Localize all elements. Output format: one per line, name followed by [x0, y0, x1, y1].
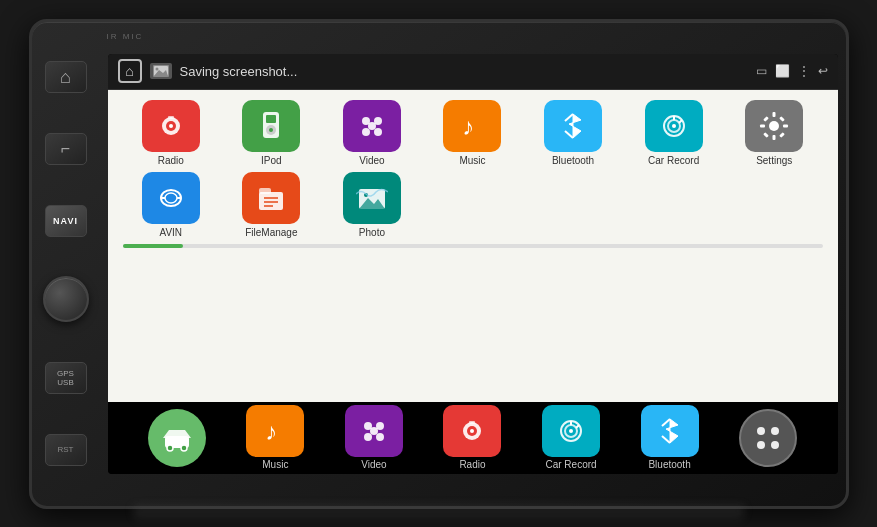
app-bluetooth[interactable]: Bluetooth	[525, 100, 622, 166]
bottom-radio[interactable]: Radio	[443, 405, 501, 470]
music-icon-bg: ♪	[443, 100, 501, 152]
back-arrow-icon[interactable]: ↩	[818, 64, 828, 78]
svg-rect-32	[779, 132, 785, 138]
bottom-car-record[interactable]: Car Record	[542, 405, 600, 470]
svg-text:♪: ♪	[265, 418, 277, 445]
svg-line-65	[576, 425, 579, 428]
svg-rect-40	[259, 188, 271, 194]
svg-point-59	[470, 429, 474, 433]
ipod-label: IPod	[261, 155, 282, 166]
music-label: Music	[459, 155, 485, 166]
bottom-bluetooth-svg	[656, 415, 684, 447]
app-radio[interactable]: Radio	[123, 100, 220, 166]
svg-rect-30	[783, 124, 788, 127]
navi-button[interactable]: NAVI	[45, 205, 87, 237]
svg-point-63	[569, 429, 573, 433]
screen: ⌂ Saving screenshot... ▭ ⬜ ⋮ ↩	[108, 54, 838, 474]
bottom-car-home[interactable]	[148, 409, 206, 467]
svg-point-11	[269, 128, 273, 132]
image-svg	[153, 65, 169, 77]
status-bar: ⌂ Saving screenshot... ▭ ⬜ ⋮ ↩	[108, 54, 838, 90]
top-apps-grid: Radio IPod	[123, 100, 823, 166]
svg-rect-39	[259, 192, 283, 210]
battery-icon: ▭	[756, 64, 767, 78]
bottom-music[interactable]: ♪ Music	[246, 405, 304, 470]
svg-line-19	[565, 114, 573, 121]
app-photo[interactable]: Photo	[324, 172, 421, 238]
bottom-bluetooth[interactable]: Bluetooth	[641, 405, 699, 470]
svg-point-71	[757, 441, 765, 449]
svg-point-55	[376, 433, 384, 441]
svg-marker-66	[666, 419, 678, 443]
bottom-music-label: Music	[262, 459, 288, 470]
svg-point-2	[155, 68, 158, 71]
status-icons: ▭ ⬜ ⋮ ↩	[756, 64, 828, 78]
svg-point-26	[769, 121, 779, 131]
menu-grid-svg	[752, 422, 784, 454]
music-svg: ♪	[457, 111, 487, 141]
settings-svg	[758, 110, 790, 142]
car-stereo-device: IR MIC ⌂ ⌐ NAVI GPS USB RST ⌂	[29, 19, 849, 509]
bottom-video[interactable]: Video	[345, 405, 403, 470]
app-car-record[interactable]: Car Record	[625, 100, 722, 166]
radio-icon-bg	[142, 100, 200, 152]
back-button[interactable]: ⌐	[45, 133, 87, 165]
home-button[interactable]: ⌂	[45, 61, 87, 93]
pwr-vol-knob[interactable]	[43, 276, 89, 322]
svg-rect-34	[763, 132, 769, 138]
ipod-icon-bg	[242, 100, 300, 152]
svg-point-54	[364, 433, 372, 441]
svg-rect-33	[779, 116, 785, 122]
bluetooth-icon-bg	[544, 100, 602, 152]
bottom-radio-svg	[457, 417, 487, 445]
car-home-circle	[148, 409, 206, 467]
bottom-car-record-svg	[555, 417, 587, 445]
bottom-menu[interactable]	[739, 409, 797, 467]
bottom-music-bg: ♪	[246, 405, 304, 457]
svg-line-68	[662, 436, 670, 443]
avin-label: AVIN	[159, 227, 182, 238]
bottom-bluetooth-label: Bluetooth	[648, 459, 690, 470]
svg-point-36	[165, 193, 177, 203]
app-settings[interactable]: Settings	[726, 100, 823, 166]
gps-usb-button[interactable]: GPS USB	[45, 362, 87, 394]
filemanage-icon-bg	[242, 172, 300, 224]
app-ipod[interactable]: IPod	[223, 100, 320, 166]
svg-rect-28	[773, 135, 776, 140]
window-icon: ⬜	[775, 64, 790, 78]
svg-point-14	[362, 128, 370, 136]
rst-button[interactable]: RST	[45, 434, 87, 466]
car-svg	[161, 424, 193, 452]
car-record-svg	[658, 112, 690, 140]
svg-point-50	[181, 445, 187, 451]
app-music[interactable]: ♪ Music	[424, 100, 521, 166]
photo-svg	[356, 184, 388, 212]
bottom-video-svg	[358, 417, 390, 445]
svg-rect-60	[469, 421, 475, 424]
svg-line-67	[662, 419, 670, 426]
gps-label: GPS	[57, 369, 74, 378]
photo-icon-bg	[343, 172, 401, 224]
saving-text: Saving screenshot...	[180, 64, 748, 79]
app-filemanage[interactable]: FileManage	[223, 172, 320, 238]
app-video[interactable]: Video	[324, 100, 421, 166]
svg-point-56	[370, 427, 378, 435]
android-home-icon[interactable]: ⌂	[118, 59, 142, 83]
photo-label: Photo	[359, 227, 385, 238]
video-icon-bg	[343, 100, 401, 152]
image-icon	[150, 63, 172, 79]
mid-apps-grid: AVIN FileManage	[123, 172, 823, 238]
svg-rect-27	[773, 112, 776, 117]
svg-point-69	[757, 427, 765, 435]
svg-rect-9	[266, 115, 276, 123]
bottom-music-svg: ♪	[260, 416, 290, 446]
svg-line-20	[565, 131, 573, 138]
app-avin[interactable]: AVIN	[123, 172, 220, 238]
menu-dots-icon[interactable]: ⋮	[798, 64, 810, 78]
svg-point-6	[169, 124, 173, 128]
video-svg	[356, 112, 388, 140]
menu-circle	[739, 409, 797, 467]
svg-point-49	[167, 445, 173, 451]
bottom-car-record-bg	[542, 405, 600, 457]
left-panel: ⌂ ⌐ NAVI GPS USB RST	[32, 22, 100, 506]
